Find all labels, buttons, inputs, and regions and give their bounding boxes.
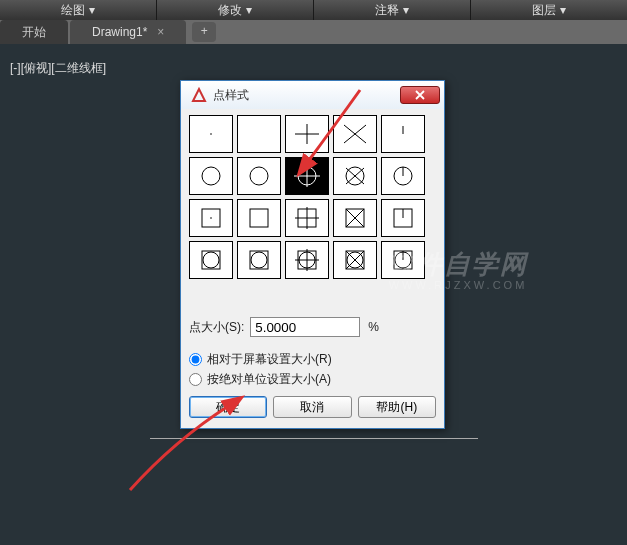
- point-style-10[interactable]: [189, 199, 233, 237]
- watermark-line2: WWW.RJZXW.COM: [388, 279, 528, 291]
- close-tab-icon[interactable]: ×: [157, 20, 164, 44]
- point-style-17[interactable]: [285, 241, 329, 279]
- radio-relative[interactable]: 相对于屏幕设置大小(R): [189, 351, 436, 368]
- percent-label: %: [368, 320, 379, 334]
- radio-absolute[interactable]: 按绝对单位设置大小(A): [189, 371, 436, 388]
- autocad-icon: [191, 87, 207, 103]
- point-style-2[interactable]: [285, 115, 329, 153]
- point-style-0[interactable]: [189, 115, 233, 153]
- svg-point-28: [203, 252, 219, 268]
- svg-point-0: [210, 133, 212, 135]
- dialog-title: 点样式: [213, 87, 400, 104]
- point-style-6[interactable]: [237, 157, 281, 195]
- svg-point-17: [210, 217, 212, 219]
- tab-drawing1-label: Drawing1*: [92, 20, 147, 44]
- radio-absolute-label: 按绝对单位设置大小(A): [207, 371, 331, 388]
- watermark: 软件自学网 WWW.RJZXW.COM: [388, 250, 528, 291]
- menubar: 绘图 ▾ 修改 ▾ 注释 ▾ 图层 ▾: [0, 0, 627, 20]
- point-style-8[interactable]: [333, 157, 377, 195]
- svg-rect-27: [202, 251, 220, 269]
- point-style-16[interactable]: [237, 241, 281, 279]
- dialog-close-button[interactable]: [400, 86, 440, 104]
- ok-button[interactable]: 确定: [189, 396, 267, 418]
- svg-rect-29: [250, 251, 268, 269]
- svg-point-6: [202, 167, 220, 185]
- point-size-row: 点大小(S): %: [189, 317, 436, 337]
- horizontal-line: [150, 438, 478, 439]
- point-style-11[interactable]: [237, 199, 281, 237]
- menu-layer[interactable]: 图层 ▾: [471, 0, 627, 20]
- dialog-buttons: 确定 取消 帮助(H): [189, 396, 436, 418]
- menu-modify[interactable]: 修改 ▾: [157, 0, 314, 20]
- menu-annotate[interactable]: 注释 ▾: [314, 0, 471, 20]
- point-style-7[interactable]: [285, 157, 329, 195]
- point-style-9[interactable]: [381, 157, 425, 195]
- watermark-line1: 软件自学网: [388, 250, 528, 279]
- point-style-13[interactable]: [333, 199, 377, 237]
- svg-point-30: [251, 252, 267, 268]
- point-style-18[interactable]: [333, 241, 377, 279]
- svg-point-7: [250, 167, 268, 185]
- view-label[interactable]: [-][俯视][二维线框]: [10, 60, 106, 77]
- radio-relative-label: 相对于屏幕设置大小(R): [207, 351, 332, 368]
- point-style-1[interactable]: [237, 115, 281, 153]
- point-style-3[interactable]: [333, 115, 377, 153]
- point-style-12[interactable]: [285, 199, 329, 237]
- point-style-15[interactable]: [189, 241, 233, 279]
- point-style-5[interactable]: [189, 157, 233, 195]
- help-button[interactable]: 帮助(H): [358, 396, 436, 418]
- menu-draw[interactable]: 绘图 ▾: [0, 0, 157, 20]
- tab-start[interactable]: 开始: [0, 20, 68, 44]
- new-tab-button[interactable]: +: [192, 22, 216, 42]
- cancel-button[interactable]: 取消: [273, 396, 351, 418]
- point-size-label: 点大小(S):: [189, 319, 244, 336]
- point-size-input[interactable]: [250, 317, 360, 337]
- tab-drawing1[interactable]: Drawing1* ×: [70, 20, 186, 44]
- tabbar: 开始 Drawing1* × +: [0, 20, 627, 44]
- point-style-4[interactable]: [381, 115, 425, 153]
- size-mode-radios: 相对于屏幕设置大小(R) 按绝对单位设置大小(A): [189, 351, 436, 388]
- dialog-titlebar[interactable]: 点样式: [181, 81, 444, 109]
- svg-rect-18: [250, 209, 268, 227]
- radio-relative-input[interactable]: [189, 353, 202, 366]
- radio-absolute-input[interactable]: [189, 373, 202, 386]
- point-style-14[interactable]: [381, 199, 425, 237]
